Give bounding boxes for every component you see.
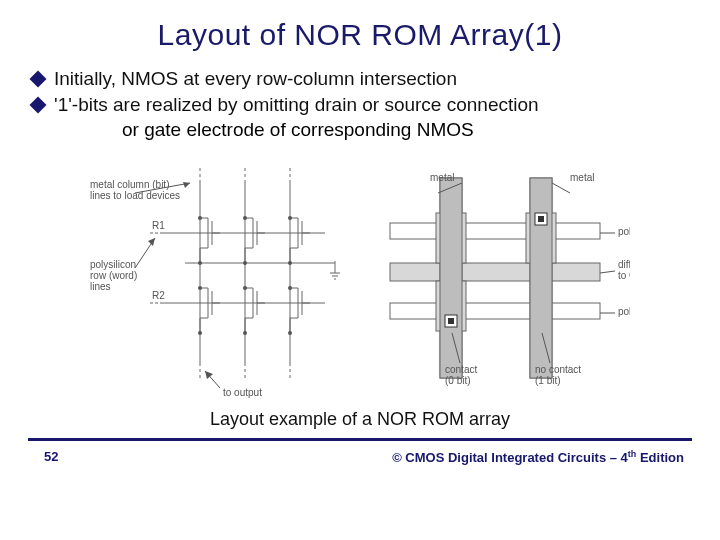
credit-suffix: Edition (636, 450, 684, 465)
label-metal1: metal (430, 172, 454, 183)
label-poly-row: polysiliconrow (word)lines (90, 259, 137, 292)
label-metal2: metal (570, 172, 594, 183)
svg-point-63 (198, 261, 202, 265)
svg-rect-83 (448, 318, 454, 324)
page-number: 52 (44, 449, 58, 465)
svg-line-90 (600, 271, 615, 273)
footer-credit: © CMOS Digital Integrated Circuits – 4th… (392, 449, 684, 465)
label-poly1: poly (618, 226, 630, 237)
layout-diagram: metal column (bit)lines to load devices … (90, 153, 630, 403)
svg-point-62 (288, 216, 292, 220)
svg-rect-72 (390, 223, 600, 239)
list-item: Initially, NMOS at every row-column inte… (32, 66, 692, 92)
svg-point-66 (198, 286, 202, 290)
list-item: '1'-bits are realized by omitting drain … (32, 92, 692, 118)
svg-point-67 (243, 286, 247, 290)
slide-footer: 52 © CMOS Digital Integrated Circuits – … (0, 441, 720, 465)
slide-title: Layout of NOR ROM Array(1) (28, 18, 692, 52)
svg-point-64 (243, 261, 247, 265)
label-contact0: contact(0 bit) (445, 364, 477, 386)
svg-marker-57 (148, 238, 155, 246)
svg-point-60 (198, 216, 202, 220)
label-col-lines: metal column (bit)lines to load devices (90, 179, 180, 201)
svg-point-65 (288, 261, 292, 265)
svg-marker-59 (205, 371, 213, 379)
bullet-continuation: or gate electrode of corresponding NMOS (122, 117, 692, 143)
bullet-list: Initially, NMOS at every row-column inte… (32, 66, 692, 143)
svg-point-69 (198, 331, 202, 335)
svg-point-71 (288, 331, 292, 335)
svg-rect-85 (538, 216, 544, 222)
label-diffusion: diffusionto GND (618, 259, 630, 281)
label-poly2: poly (618, 306, 630, 317)
svg-rect-74 (390, 263, 600, 281)
diamond-icon (30, 71, 47, 88)
svg-line-87 (552, 183, 570, 193)
diamond-icon (30, 96, 47, 113)
svg-point-61 (243, 216, 247, 220)
svg-rect-81 (530, 178, 552, 378)
svg-marker-55 (183, 182, 190, 188)
svg-point-70 (243, 331, 247, 335)
credit-prefix: © CMOS Digital Integrated Circuits – 4 (392, 450, 628, 465)
figure-caption: Layout example of a NOR ROM array (28, 409, 692, 430)
label-r1: R1 (152, 220, 165, 231)
bullet-text: '1'-bits are realized by omitting drain … (54, 92, 692, 118)
svg-point-68 (288, 286, 292, 290)
label-r2: R2 (152, 290, 165, 301)
svg-rect-73 (390, 303, 600, 319)
svg-rect-80 (440, 178, 462, 378)
label-no-contact: no contact(1 bit) (535, 364, 581, 386)
bullet-text: Initially, NMOS at every row-column inte… (54, 66, 692, 92)
label-to-output: to output (223, 387, 262, 398)
